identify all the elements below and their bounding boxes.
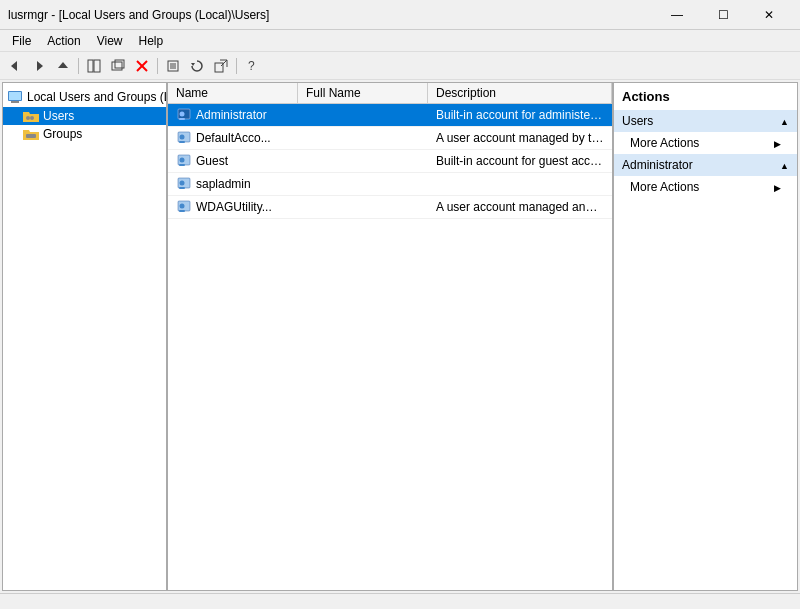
user-fullname-cell xyxy=(298,112,428,118)
list-header: Name Full Name Description xyxy=(168,83,612,104)
column-header-description[interactable]: Description xyxy=(428,83,612,103)
user-name-text: WDAGUtility... xyxy=(196,200,272,214)
actions-users-more-arrow xyxy=(774,136,781,150)
actions-users-more[interactable]: More Actions xyxy=(614,132,797,154)
svg-point-29 xyxy=(180,135,185,140)
svg-rect-39 xyxy=(179,210,185,212)
show-hide-button[interactable] xyxy=(83,55,105,77)
actions-title: Actions xyxy=(614,83,797,110)
actions-users-more-label: More Actions xyxy=(630,136,699,150)
user-name-text: Administrator xyxy=(196,108,267,122)
toolbar: ? xyxy=(0,52,800,80)
user-icon xyxy=(176,130,192,146)
menu-file[interactable]: File xyxy=(4,32,39,50)
table-row[interactable]: DefaultAcco...A user account managed by … xyxy=(168,127,612,150)
menu-bar: File Action View Help xyxy=(0,30,800,52)
svg-point-23 xyxy=(30,116,34,120)
user-description-cell xyxy=(428,181,612,187)
refresh-button[interactable] xyxy=(186,55,208,77)
actions-section-administrator[interactable]: Administrator xyxy=(614,154,797,176)
svg-rect-30 xyxy=(179,141,185,143)
maximize-button[interactable]: ☐ xyxy=(700,1,746,29)
tree-item-users[interactable]: Users xyxy=(3,107,166,125)
actions-administrator-more-arrow xyxy=(774,180,781,194)
user-list: AdministratorBuilt-in account for admini… xyxy=(168,104,612,219)
toolbar-separator-2 xyxy=(157,58,158,74)
svg-rect-24 xyxy=(26,134,36,138)
properties-button[interactable] xyxy=(162,55,184,77)
user-name-cell: Administrator xyxy=(168,104,298,126)
menu-action[interactable]: Action xyxy=(39,32,88,50)
folder-groups-icon xyxy=(23,127,39,141)
toolbar-separator-1 xyxy=(78,58,79,74)
svg-point-26 xyxy=(180,112,185,117)
forward-button[interactable] xyxy=(28,55,50,77)
svg-rect-14 xyxy=(215,63,223,72)
user-name-text: DefaultAcco... xyxy=(196,131,271,145)
tree-item-users-label: Users xyxy=(43,109,74,123)
actions-section-users-chevron xyxy=(780,114,789,128)
user-icon xyxy=(176,199,192,215)
right-panel: Actions Users More Actions Administrator… xyxy=(612,83,797,590)
title-bar: lusrmgr - [Local Users and Groups (Local… xyxy=(0,0,800,30)
up-button[interactable] xyxy=(52,55,74,77)
toolbar-separator-3 xyxy=(236,58,237,74)
export-button[interactable] xyxy=(210,55,232,77)
menu-help[interactable]: Help xyxy=(131,32,172,50)
user-icon xyxy=(176,153,192,169)
svg-point-32 xyxy=(180,158,185,163)
status-bar xyxy=(0,593,800,609)
help-button[interactable]: ? xyxy=(241,55,263,77)
user-description-cell: Built-in account for guest access t... xyxy=(428,151,612,171)
computer-icon xyxy=(7,89,23,105)
user-description-cell: Built-in account for administering... xyxy=(428,105,612,125)
svg-rect-33 xyxy=(179,164,185,166)
svg-rect-27 xyxy=(179,118,185,120)
user-icon xyxy=(176,176,192,192)
tree-root-label: Local Users and Groups (Local) xyxy=(27,90,168,104)
user-name-cell: sapladmin xyxy=(168,173,298,195)
user-fullname-cell xyxy=(298,158,428,164)
folder-users-icon xyxy=(23,109,39,123)
left-panel: Local Users and Groups (Local) Users Gro… xyxy=(3,83,168,590)
window-title: lusrmgr - [Local Users and Groups (Local… xyxy=(8,8,269,22)
user-fullname-cell xyxy=(298,204,428,210)
svg-rect-20 xyxy=(11,101,19,103)
svg-point-38 xyxy=(180,204,185,209)
svg-rect-6 xyxy=(115,60,124,68)
user-name-text: sapladmin xyxy=(196,177,251,191)
actions-section-users[interactable]: Users xyxy=(614,110,797,132)
title-bar-buttons: — ☐ ✕ xyxy=(654,1,792,29)
user-name-cell: Guest xyxy=(168,150,298,172)
svg-rect-36 xyxy=(179,187,185,189)
user-fullname-cell xyxy=(298,181,428,187)
new-window-button[interactable] xyxy=(107,55,129,77)
delete-button[interactable] xyxy=(131,55,153,77)
back-button[interactable] xyxy=(4,55,26,77)
minimize-button[interactable]: — xyxy=(654,1,700,29)
table-row[interactable]: AdministratorBuilt-in account for admini… xyxy=(168,104,612,127)
user-description-cell: A user account managed and use... xyxy=(428,197,612,217)
svg-rect-5 xyxy=(112,62,122,70)
user-name-text: Guest xyxy=(196,154,228,168)
user-description-cell: A user account managed by the s... xyxy=(428,128,612,148)
close-button[interactable]: ✕ xyxy=(746,1,792,29)
user-icon xyxy=(176,107,192,123)
table-row[interactable]: GuestBuilt-in account for guest access t… xyxy=(168,150,612,173)
menu-view[interactable]: View xyxy=(89,32,131,50)
column-header-fullname[interactable]: Full Name xyxy=(298,83,428,103)
tree-item-groups-label: Groups xyxy=(43,127,82,141)
column-header-name[interactable]: Name xyxy=(168,83,298,103)
user-name-cell: WDAGUtility... xyxy=(168,196,298,218)
actions-section-administrator-label: Administrator xyxy=(622,158,693,172)
tree-item-groups[interactable]: Groups xyxy=(3,125,166,143)
table-row[interactable]: sapladmin xyxy=(168,173,612,196)
actions-administrator-more[interactable]: More Actions xyxy=(614,176,797,198)
actions-section-administrator-chevron xyxy=(780,158,789,172)
svg-text:?: ? xyxy=(248,59,255,73)
center-panel: Name Full Name Description Administrator… xyxy=(168,83,612,590)
table-row[interactable]: WDAGUtility...A user account managed and… xyxy=(168,196,612,219)
user-name-cell: DefaultAcco... xyxy=(168,127,298,149)
svg-marker-1 xyxy=(37,61,43,71)
tree-root-item[interactable]: Local Users and Groups (Local) xyxy=(3,87,166,107)
